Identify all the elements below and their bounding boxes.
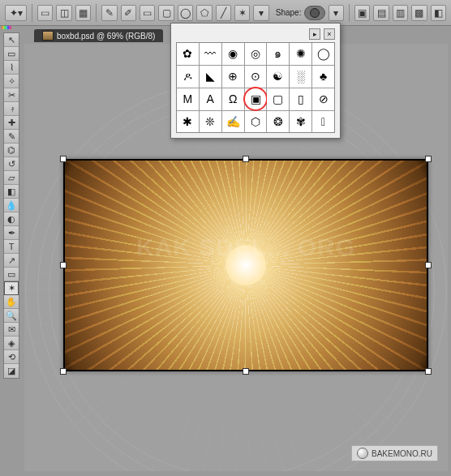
footer-watermark-text: BAKEMONO.RU (372, 449, 432, 458)
shape-omega[interactable]: Ω (222, 88, 244, 110)
shape-no-entry[interactable]: ⊘ (312, 88, 334, 110)
shape-bird[interactable]: 𓅮 (312, 111, 334, 133)
shape-letter-m[interactable]: M (177, 88, 199, 110)
tool-custom-shape[interactable]: ✶ (4, 281, 19, 295)
handle-bottom-mid[interactable] (243, 368, 249, 375)
combine-subtract-icon[interactable]: ▤ (373, 5, 389, 21)
shape-letter-a[interactable]: A (200, 88, 221, 110)
handle-top-left[interactable] (60, 156, 67, 162)
separator (32, 4, 32, 22)
tool-blur[interactable]: 💧 (4, 199, 19, 212)
color-strip-icon (2, 26, 11, 29)
tool-history-brush[interactable]: ↺ (4, 157, 19, 171)
line-icon[interactable]: ╱ (216, 5, 231, 21)
selection-highlight-icon (243, 87, 268, 111)
tool-gradient[interactable]: ◧ (4, 185, 19, 199)
tool-dodge[interactable]: ◐ (4, 212, 19, 226)
shape-starburst[interactable]: ✺ (290, 43, 311, 65)
shape-grid: ✿ 〰 ◉ ◎ ๑ ✺ ◯ ዶ ◣ ⊕ ⊙ ☯ ░ ♣ M A Ω ▣ ▢ ▯ … (176, 42, 335, 133)
polygon-icon[interactable]: ⬠ (196, 5, 212, 21)
transform-handles (60, 156, 432, 375)
combine-intersect-icon[interactable]: ▥ (393, 5, 408, 21)
tool-crop[interactable]: ✂ (4, 88, 19, 102)
tool-marquee[interactable]: ▭ (4, 47, 19, 61)
handle-bottom-right[interactable] (425, 368, 432, 375)
handle-top-mid[interactable] (243, 156, 249, 162)
shape-target[interactable]: ◎ (245, 43, 267, 65)
handle-bottom-left[interactable] (60, 368, 67, 375)
tool-type[interactable]: T (4, 240, 19, 254)
shape-halftone[interactable]: ░ (290, 66, 311, 88)
rrect-icon[interactable]: ▢ (158, 5, 174, 21)
document-tab[interactable]: boxbd.psd @ 69% (RGB/8) (34, 29, 163, 42)
artwork-frame[interactable]: KAK SDEL... ORG (63, 159, 428, 371)
shape-picker-close-icon[interactable]: × (324, 28, 335, 40)
shape-dropdown-icon[interactable]: ▾ (329, 5, 344, 21)
combine-exclude-icon[interactable]: ▩ (411, 5, 427, 21)
shape-flower[interactable]: ✾ (290, 111, 311, 133)
shape-splat-a[interactable]: ✱ (177, 111, 199, 133)
combine-add-icon[interactable]: ▣ (354, 5, 370, 21)
shape-leaf[interactable]: ✿ (177, 43, 199, 65)
document-thumb-icon (42, 31, 54, 41)
tool-healing[interactable]: ✚ (4, 116, 19, 130)
shape-label: Shape: (276, 8, 302, 17)
tool-wand[interactable]: ✧ (4, 75, 19, 88)
separator (349, 4, 350, 22)
shape-ring[interactable]: ◯ (312, 43, 334, 65)
toolbox: ↖ ▭ ⌇ ✧ ✂ 𝄿 ✚ ✎ ⌬ ↺ ▱ ◧ 💧 ◐ ✒ T ↗ ▭ ✶ ✋ … (3, 32, 19, 379)
shape-cat[interactable]: ዶ (177, 66, 199, 88)
shape-circle-ornate[interactable]: ◉ (222, 43, 244, 65)
shape-tree[interactable]: ♣ (312, 66, 334, 88)
shape-corner[interactable]: ◣ (200, 66, 221, 88)
handle-mid-right[interactable] (425, 262, 432, 268)
ellipse-icon[interactable]: ◯ (178, 5, 193, 21)
shape-swatch[interactable] (304, 6, 324, 20)
rect-icon[interactable]: ▭ (140, 5, 155, 21)
tool-move[interactable]: ↖ (4, 33, 19, 47)
tool-rotate-view[interactable]: ⟲ (4, 350, 19, 364)
footer-watermark: BAKEMONO.RU (351, 445, 438, 461)
paths-icon[interactable]: ◫ (56, 5, 71, 21)
tool-eraser[interactable]: ▱ (4, 171, 19, 185)
shape-frame-soft[interactable]: ▢ (267, 88, 289, 110)
tool-3d[interactable]: ◈ (4, 337, 19, 350)
custom-shape-icon[interactable]: ✶ (234, 5, 250, 21)
geometry-options-icon[interactable]: ▾ (253, 5, 268, 21)
shape-yin[interactable]: ☯ (267, 66, 289, 88)
shape-hex[interactable]: ⬡ (245, 111, 267, 133)
fill-pixels-icon[interactable]: ▦ (75, 5, 91, 21)
shape-picker-header: ▸ × (176, 28, 335, 40)
tool-hand[interactable]: ✋ (4, 295, 19, 309)
tool-swatches[interactable]: ◪ (4, 364, 19, 378)
shape-dot-ring[interactable]: ⊙ (245, 66, 267, 88)
tool-lasso[interactable]: ⌇ (4, 61, 19, 75)
freeform-pen-icon[interactable]: ✐ (121, 5, 136, 21)
style-icon[interactable]: ◧ (431, 5, 446, 21)
shape-splat-b[interactable]: ❊ (200, 111, 221, 133)
tool-zoom[interactable]: 🔍 (4, 309, 19, 323)
pen-icon[interactable]: ✎ (101, 5, 117, 21)
shape-brush[interactable]: ✍ (222, 111, 244, 133)
tool-rectangle[interactable]: ▭ (4, 268, 19, 281)
tool-pen[interactable]: ✒ (4, 226, 19, 240)
shape-picker-menu-icon[interactable]: ▸ (309, 28, 320, 40)
handle-mid-left[interactable] (60, 262, 67, 268)
shape-spiral[interactable]: ๑ (267, 43, 289, 65)
shape-layers-icon[interactable]: ▭ (37, 5, 53, 21)
tool-preset-picker[interactable]: ✦▾ (5, 5, 27, 21)
custom-shape-picker: ▸ × ✿ 〰 ◉ ◎ ๑ ✺ ◯ ዶ ◣ ⊕ ⊙ ☯ ░ ♣ M A Ω ▣ … (170, 23, 341, 139)
shape-frame-square[interactable]: ▣ (245, 88, 267, 110)
tool-path-select[interactable]: ↗ (4, 254, 19, 268)
shape-swirl[interactable]: 〰 (200, 43, 221, 65)
tool-notes[interactable]: ✉ (4, 323, 19, 337)
tool-eyedropper[interactable]: 𝄿 (4, 102, 19, 116)
shape-ornament[interactable]: ❂ (267, 111, 289, 133)
shape-swatch-icon (310, 8, 320, 18)
shape-portrait[interactable]: ▯ (290, 88, 311, 110)
document-title: boxbd.psd @ 69% (RGB/8) (57, 32, 155, 41)
tool-clone[interactable]: ⌬ (4, 144, 19, 157)
tool-brush[interactable]: ✎ (4, 130, 19, 144)
shape-globe[interactable]: ⊕ (222, 66, 244, 88)
handle-top-right[interactable] (425, 156, 432, 162)
